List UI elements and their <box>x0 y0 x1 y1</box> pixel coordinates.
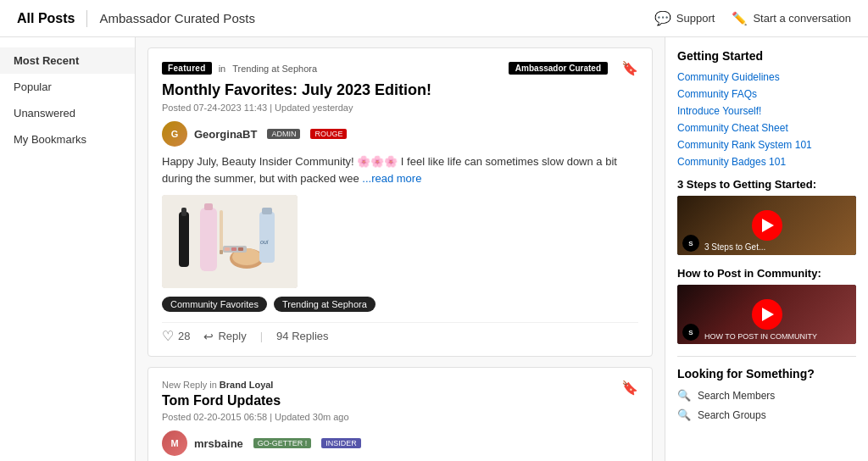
search-members-label: Search Members <box>698 390 775 402</box>
post-1-author-name[interactable]: GeorginaBT <box>194 128 257 141</box>
svg-rect-8 <box>262 208 272 214</box>
pencil-icon: ✏️ <box>732 11 748 26</box>
sidebar-divider <box>677 356 856 357</box>
svg-rect-4 <box>204 203 213 210</box>
support-button[interactable]: 💬 Support <box>654 10 715 26</box>
like-button[interactable]: ♡ 28 <box>162 328 190 344</box>
post-1-avatar: G <box>162 121 187 147</box>
svg-rect-3 <box>200 208 217 271</box>
role-badge-admin: ADMIN <box>267 129 300 139</box>
video-1-text: 3 Steps to Get... <box>704 242 853 252</box>
bookmark-icon[interactable]: 🔖 <box>621 60 638 76</box>
header-divider <box>86 10 87 27</box>
like-count: 28 <box>178 330 190 342</box>
sidebar-right: Getting Started Community Guidelines Com… <box>665 37 868 461</box>
start-conversation-button[interactable]: ✏️ Start a conversation <box>732 11 851 26</box>
svg-rect-14 <box>220 210 223 253</box>
video-1-label: 3 Steps to Getting Started: <box>677 178 856 191</box>
video-2-label: How to Post in Community: <box>677 267 856 280</box>
tag-community-favorites[interactable]: Community Favorites <box>162 297 267 312</box>
sephora-logo-2: S <box>682 324 699 341</box>
sephora-logo-1: S <box>682 235 699 252</box>
play-button-1[interactable] <box>752 210 782 241</box>
svg-rect-2 <box>181 208 186 216</box>
post-1-image: oui <box>162 195 298 288</box>
cosmetics-image: oui <box>162 195 298 288</box>
post-1-tags: Community Favorites Trending at Sephora <box>162 297 638 312</box>
featured-badge: Featured <box>162 62 212 75</box>
link-community-badges[interactable]: Community Badges 101 <box>677 156 856 168</box>
search-members-item[interactable]: 🔍 Search Members <box>677 389 856 402</box>
link-community-cheat-sheet[interactable]: Community Cheat Sheet <box>677 122 856 134</box>
link-community-rank-system[interactable]: Community Rank System 101 <box>677 139 856 151</box>
post-1-meta: Posted 07-24-2023 11:43 | Updated yester… <box>162 103 638 113</box>
read-more-link[interactable]: ...read more <box>362 172 421 185</box>
page-title-main: All Posts <box>17 11 75 26</box>
bookmark-icon-2[interactable]: 🔖 <box>621 380 638 396</box>
post-2-avatar: M <box>162 430 187 456</box>
svg-rect-13 <box>238 247 243 251</box>
getting-started-title: Getting Started <box>677 49 856 63</box>
play-button-2[interactable] <box>752 299 782 330</box>
role-badge-insider: INSIDER <box>321 438 361 448</box>
search-members-icon: 🔍 <box>677 389 691 402</box>
post-1-body: Happy July, Beauty Insider Community! 🌸🌸… <box>162 153 638 186</box>
sidebar-item-my-bookmarks[interactable]: My Bookmarks <box>0 126 135 153</box>
sidebar-item-popular[interactable]: Popular <box>0 74 135 100</box>
svg-rect-7 <box>259 212 275 263</box>
cosmetics-svg: oui <box>162 195 298 288</box>
heart-icon: ♡ <box>162 328 174 344</box>
main-content: Featured in Trending at Sephora Ambassad… <box>136 37 665 461</box>
video-section-1: 3 Steps to Getting Started: S 3 Steps to… <box>677 178 856 255</box>
play-triangle-2 <box>762 308 774 321</box>
play-triangle-1 <box>762 219 774 232</box>
post-1-author-row: G GeorginaBT ADMIN ROUGE <box>162 121 638 147</box>
search-groups-label: Search Groups <box>698 409 766 421</box>
post-2-title[interactable]: Tom Ford Updates <box>162 393 638 408</box>
video-section-2: How to Post in Community: S HOW TO POST … <box>677 267 856 344</box>
link-community-guidelines[interactable]: Community Guidelines <box>677 71 856 83</box>
link-introduce-yourself[interactable]: Introduce Yourself! <box>677 105 856 117</box>
support-icon: 💬 <box>654 10 671 26</box>
action-separator: | <box>260 330 263 342</box>
search-groups-icon: 🔍 <box>677 408 691 421</box>
post-card-1: Featured in Trending at Sephora Ambassad… <box>147 47 653 357</box>
link-community-faqs[interactable]: Community FAQs <box>677 88 856 100</box>
post-card-2: New Reply in Brand Loyal 🔖 Tom Ford Upda… <box>147 367 653 461</box>
video-2-text: HOW TO POST IN COMMUNITY <box>704 332 853 341</box>
post-card-1-header: Featured in Trending at Sephora Ambassad… <box>162 60 638 76</box>
main-layout: Most Recent Popular Unanswered My Bookma… <box>0 37 868 461</box>
reply-button[interactable]: ↩ Reply <box>203 330 246 343</box>
sidebar-item-unanswered[interactable]: Unanswered <box>0 100 135 126</box>
role-badge-gogetter: GO-GETTER ! <box>253 438 312 448</box>
post-1-title[interactable]: Monthly Favorites: July 2023 Edition! <box>162 81 638 99</box>
svg-rect-12 <box>231 247 236 251</box>
svg-rect-11 <box>225 247 230 251</box>
post-2-author-row: M mrsbaine GO-GETTER ! INSIDER <box>162 430 638 456</box>
sidebar-item-most-recent[interactable]: Most Recent <box>0 47 135 74</box>
new-reply-label: New Reply in <box>162 380 220 390</box>
svg-rect-15 <box>220 250 223 254</box>
post-2-meta: Posted 02-20-2015 06:58 | Updated 30m ag… <box>162 412 638 422</box>
sidebar-left: Most Recent Popular Unanswered My Bookma… <box>0 37 136 461</box>
replies-count: 94 Replies <box>276 330 328 342</box>
post-1-actions: ♡ 28 ↩ Reply | 94 Replies <box>162 322 638 344</box>
search-groups-item[interactable]: 🔍 Search Groups <box>677 408 856 421</box>
page-title-sub: Ambassador Curated Posts <box>99 11 254 25</box>
looking-title: Looking for Something? <box>677 367 856 380</box>
header: All Posts Ambassador Curated Posts 💬 Sup… <box>0 0 868 37</box>
post-2-category[interactable]: Brand Loyal <box>220 380 274 390</box>
video-2-thumb[interactable]: S HOW TO POST IN COMMUNITY <box>677 285 856 344</box>
category-label[interactable]: Trending at Sephora <box>232 64 317 74</box>
reply-icon: ↩ <box>203 330 214 343</box>
svg-rect-1 <box>179 212 189 267</box>
post-2-author-name[interactable]: mrsbaine <box>194 437 243 450</box>
role-badge-rouge: ROUGE <box>310 129 347 139</box>
badge-in-text: in <box>219 64 226 74</box>
svg-text:oui: oui <box>260 239 269 245</box>
post-2-sm-header: New Reply in Brand Loyal 🔖 <box>162 380 638 390</box>
header-actions: 💬 Support ✏️ Start a conversation <box>654 10 851 26</box>
tag-trending-sephora[interactable]: Trending at Sephora <box>274 297 376 312</box>
video-1-thumb[interactable]: S 3 Steps to Get... <box>677 196 856 255</box>
ambassador-badge: Ambassador Curated <box>509 62 608 75</box>
